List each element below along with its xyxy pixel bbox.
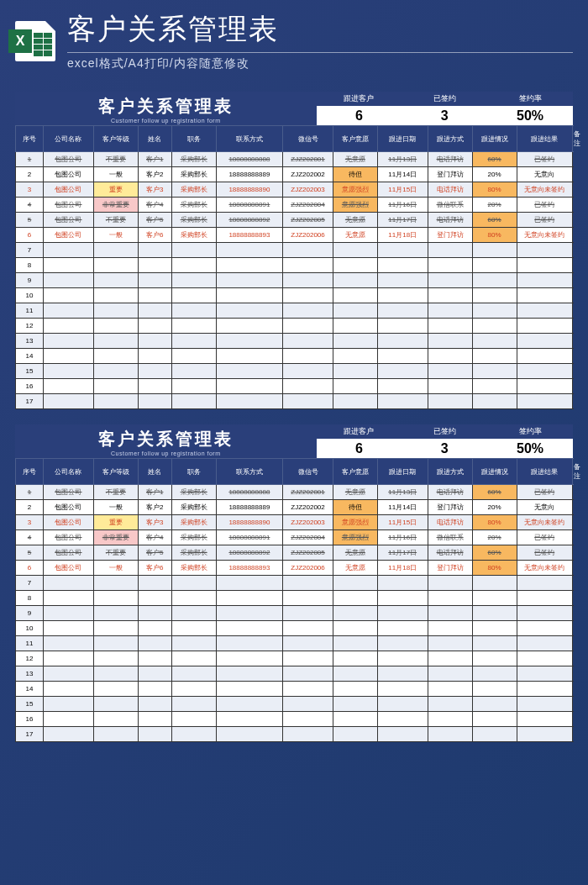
cell-empty [377,258,428,273]
cell-empty [216,682,283,697]
cell-result: 无意向 [517,500,572,515]
cell-phone: 18888888889 [216,500,283,515]
cell-progress: 60% [472,545,517,561]
cell-empty: 16 [16,379,44,394]
cell-no: 1 [16,485,44,500]
cell-level: 一般 [93,561,138,576]
cell-empty [428,606,472,621]
cell-empty [377,576,428,591]
sheet-title: 客户关系管理表 [15,428,317,450]
cell-level: 不重要 [93,213,138,228]
cell-wx: ZJZ202006 [283,561,333,576]
cell-empty [472,621,517,636]
table-row-empty: 16 [16,379,573,394]
cell-empty [517,697,572,712]
cell-company: 包图公司 [44,167,94,182]
cell-name: 客户4 [138,198,171,213]
column-header: 客户意愿 [333,126,377,152]
cell-empty: 10 [16,288,44,303]
cell-empty [333,727,377,742]
cell-no: 4 [16,530,44,545]
cell-empty [333,258,377,273]
cell-name: 客户3 [138,182,171,198]
cell-empty [472,334,517,349]
cell-phone: 18888888891 [216,198,283,213]
cell-empty [428,666,472,682]
stat-block-1: 已签约3 [402,424,487,458]
cell-empty [138,697,171,712]
cell-level: 非常重要 [93,530,138,545]
cell-empty [283,621,333,636]
cell-method: 电话拜访 [428,152,472,167]
cell-empty [138,666,171,682]
cell-result: 无意向未签约 [517,228,572,243]
cell-empty [517,621,572,636]
cell-empty [283,727,333,742]
cell-result: 已签约 [517,198,572,213]
cell-date: 11月13日 [377,152,428,167]
cell-empty [517,666,572,682]
cell-date: 11月15日 [377,515,428,530]
excel-icon: X [15,21,55,61]
cell-result: 已签约 [517,152,572,167]
table-row-empty: 15 [16,364,573,379]
cell-date: 11月18日 [377,561,428,576]
cell-empty [428,636,472,651]
cell-empty [472,712,517,727]
cell-phone: 18888888892 [216,545,283,561]
cell-empty [428,727,472,742]
cell-empty [171,364,216,379]
table-row-empty: 11 [16,303,573,319]
cell-empty [517,636,572,651]
table-row: 4包图公司非常重要客户4采购部长18888888891ZJZ202004意愿强烈… [16,198,573,213]
cell-empty [138,621,171,636]
cell-progress: 60% [472,213,517,228]
cell-empty [517,319,572,334]
cell-company: 包图公司 [44,545,94,561]
cell-empty [377,621,428,636]
cell-date: 11月18日 [377,228,428,243]
cell-empty [428,364,472,379]
cell-job: 采购部长 [171,228,216,243]
cell-empty [517,712,572,727]
cell-empty: 8 [16,591,44,606]
cell-empty [472,379,517,394]
cell-empty [428,349,472,364]
cell-name: 客户6 [138,561,171,576]
cell-will: 意愿强烈 [333,515,377,530]
cell-method: 登门拜访 [428,500,472,515]
cell-empty [93,258,138,273]
table-row: 2包图公司一般客户2采购部长18888888889ZJZ202002待但11月1… [16,167,573,182]
stat-block-2: 签约率50% [487,92,573,125]
cell-job: 采购部长 [171,500,216,515]
cell-progress: 20% [472,167,517,182]
cell-empty [377,303,428,319]
cell-empty: 7 [16,243,44,258]
cell-empty [93,606,138,621]
cell-empty: 9 [16,273,44,288]
cell-empty [44,606,94,621]
cell-empty [138,273,171,288]
cell-job: 采购部长 [171,545,216,561]
stat-label: 已签约 [402,92,487,106]
cell-level: 非常重要 [93,198,138,213]
cell-will: 无意愿 [333,485,377,500]
cell-method: 电话拜访 [428,182,472,198]
cell-empty [428,576,472,591]
cell-empty: 17 [16,394,44,409]
table-row: 1包图公司不重要客户1采购部长18888888888ZJZ202001无意愿11… [16,152,573,167]
cell-empty [517,364,572,379]
cell-empty [377,636,428,651]
cell-company: 包图公司 [44,561,94,576]
cell-empty [377,697,428,712]
cell-empty [283,591,333,606]
table-row: 3包图公司重要客户3采购部长18888888890ZJZ202003意愿强烈11… [16,515,573,530]
cell-empty [93,712,138,727]
cell-will: 待但 [333,167,377,182]
cell-empty [138,394,171,409]
stat-label: 跟进客户 [317,424,402,439]
table-row-empty: 17 [16,394,573,409]
cell-empty [44,651,94,666]
column-header: 公司名称 [44,459,94,485]
cell-progress: 80% [472,561,517,576]
